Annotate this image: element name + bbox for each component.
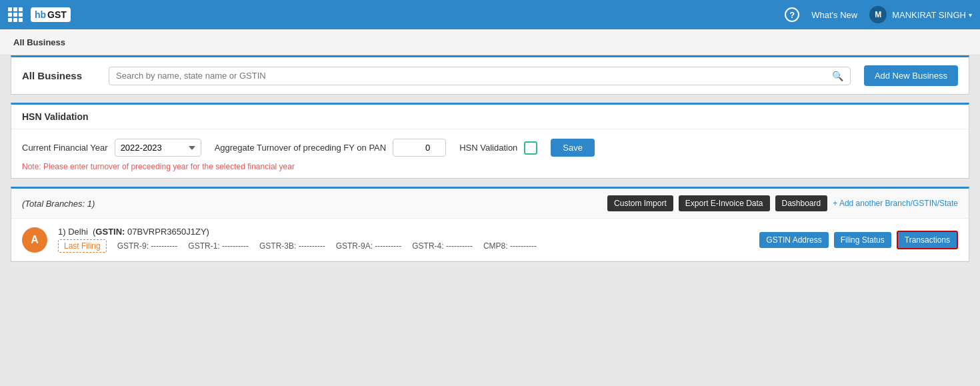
filing-row: Last Filing GSTR-9: ---------- GSTR-1: -… xyxy=(58,239,749,253)
nav-left: hb GST xyxy=(8,7,71,22)
turnover-label: Aggregate Turnover of preceding FY on PA… xyxy=(215,143,387,153)
avatar: A xyxy=(22,227,47,253)
all-business-card: All Business 🔍 Add New Business xyxy=(11,55,969,95)
hsn-validation-label: HSN Validation xyxy=(459,143,517,153)
logo-hb-text: hb xyxy=(35,9,46,20)
dashboard-button[interactable]: Dashboard xyxy=(775,195,828,211)
business-list-card: (Total Branches: 1) Custom Import Export… xyxy=(11,187,969,262)
hsn-section-title: HSN Validation xyxy=(11,105,969,129)
gstr4-info: GSTR-4: ---------- xyxy=(412,241,473,251)
table-row: A 1) Delhi (GSTIN: 07BVRPR3650J1ZY) Last… xyxy=(11,219,969,261)
all-business-header: All Business 🔍 Add New Business xyxy=(11,57,969,94)
help-icon[interactable]: ? xyxy=(785,7,799,22)
custom-import-button[interactable]: Custom Import xyxy=(607,195,673,211)
fy-field-group: Current Financial Year 2022-2023 2021-20… xyxy=(22,139,201,157)
fy-select[interactable]: 2022-2023 2021-2022 2020-2021 xyxy=(115,139,201,157)
business-list-header: (Total Branches: 1) Custom Import Export… xyxy=(11,189,969,219)
filing-status-button[interactable]: Filing Status xyxy=(834,232,891,248)
add-branch-link[interactable]: + Add another Branch/GSTIN/State xyxy=(833,199,958,208)
hsn-validation-checkbox[interactable] xyxy=(524,141,537,155)
gstr1-info: GSTR-1: ---------- xyxy=(188,241,249,251)
whats-new-link[interactable]: What's New xyxy=(811,10,857,20)
fy-label: Current Financial Year xyxy=(22,143,108,153)
total-branches-label: (Total Branches: 1) xyxy=(22,199,95,209)
hsn-body: Current Financial Year 2022-2023 2021-20… xyxy=(11,129,969,178)
add-new-business-button[interactable]: Add New Business xyxy=(864,65,958,86)
business-info: 1) Delhi (GSTIN: 07BVRPR3650J1ZY) Last F… xyxy=(58,227,749,253)
cmp8-info: CMP8: ---------- xyxy=(483,241,537,251)
page-header: All Business xyxy=(0,29,980,55)
search-icon[interactable]: 🔍 xyxy=(832,71,843,81)
user-avatar: M xyxy=(869,6,887,23)
hsn-save-button[interactable]: Save xyxy=(551,139,595,157)
hsn-form-row: Current Financial Year 2022-2023 2021-20… xyxy=(22,139,958,157)
transactions-button[interactable]: Transactions xyxy=(897,231,958,249)
gstr3b-info: GSTR-3B: ---------- xyxy=(259,241,325,251)
hsn-checkbox-group: HSN Validation xyxy=(459,141,537,155)
chevron-down-icon: ▾ xyxy=(969,11,972,19)
business-name: 1) Delhi (GSTIN: 07BVRPR3650J1ZY) xyxy=(58,227,749,237)
nav-right: ? What's New M MANKIRAT SINGH ▾ xyxy=(785,6,972,23)
top-navigation: hb GST ? What's New M MANKIRAT SINGH ▾ xyxy=(0,0,980,29)
search-input[interactable] xyxy=(116,71,832,81)
search-container: 🔍 xyxy=(109,67,851,85)
last-filing-button[interactable]: Last Filing xyxy=(58,239,107,253)
turnover-input[interactable] xyxy=(393,139,446,157)
gstr9-info: GSTR-9: ---------- xyxy=(117,241,178,251)
gstr9a-info: GSTR-9A: ---------- xyxy=(336,241,402,251)
main-content: All Business 🔍 Add New Business HSN Vali… xyxy=(0,55,980,273)
gstin-address-button[interactable]: GSTIN Address xyxy=(759,232,828,248)
page-title: All Business xyxy=(13,37,65,47)
turnover-field-group: Aggregate Turnover of preceding FY on PA… xyxy=(215,139,447,157)
all-business-title: All Business xyxy=(22,70,95,81)
app-logo[interactable]: hb GST xyxy=(31,7,71,22)
export-einvoice-button[interactable]: Export E-Invoice Data xyxy=(679,195,770,211)
business-actions: GSTIN Address Filing Status Transactions xyxy=(759,231,958,249)
hsn-validation-card: HSN Validation Current Financial Year 20… xyxy=(11,103,969,179)
hsn-note: Note: Please enter turnover of preceedin… xyxy=(22,162,958,171)
user-name-label[interactable]: MANKIRAT SINGH ▾ xyxy=(892,10,972,20)
grid-menu-icon[interactable] xyxy=(8,7,23,22)
logo-gst-text: GST xyxy=(47,9,67,20)
user-section: M MANKIRAT SINGH ▾ xyxy=(869,6,972,23)
header-actions: Custom Import Export E-Invoice Data Dash… xyxy=(607,195,958,211)
